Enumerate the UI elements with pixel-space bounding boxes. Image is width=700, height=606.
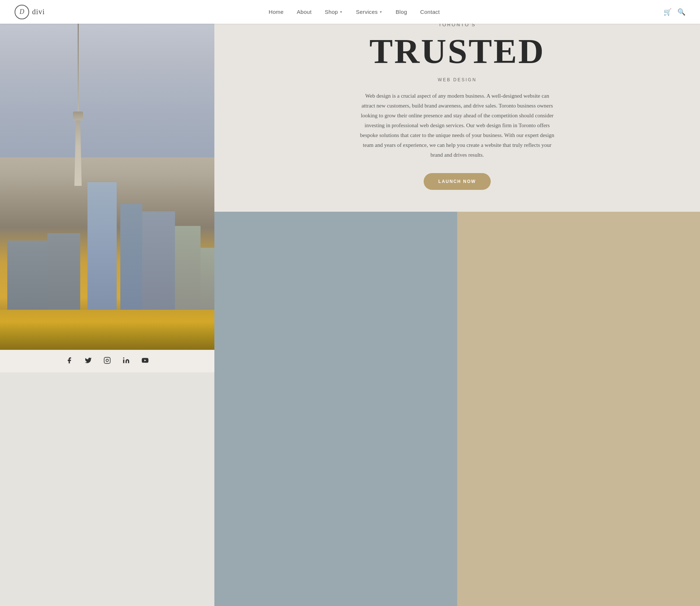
cn-tower-pod xyxy=(73,112,83,120)
logo-circle: D xyxy=(15,5,29,19)
building-1 xyxy=(7,241,51,313)
logo-letter: D xyxy=(20,8,24,16)
nav-utilities: 🛒 🔍 xyxy=(664,8,685,16)
nav-blog[interactable]: Blog xyxy=(396,9,407,15)
nav-services[interactable]: Services ▼ xyxy=(356,9,382,15)
building-7 xyxy=(201,248,214,313)
svg-rect-2 xyxy=(123,359,124,363)
services-arrow-icon: ▼ xyxy=(379,10,382,14)
cn-tower-needle xyxy=(78,11,79,113)
left-column xyxy=(0,0,214,606)
building-6 xyxy=(175,226,201,313)
main-heading: TRUSTED xyxy=(369,31,545,71)
instagram-icon[interactable] xyxy=(104,357,111,366)
hero-content: TORONTO'S TRUSTED WEB DESIGN Web design … xyxy=(214,0,700,212)
lower-panels xyxy=(214,212,700,606)
panel-tan xyxy=(457,212,700,606)
site-header: D divi Home About Shop ▼ Services ▼ Blog… xyxy=(0,0,700,24)
shop-arrow-icon: ▼ xyxy=(339,10,343,14)
linkedin-icon[interactable] xyxy=(122,357,130,366)
search-icon[interactable]: 🔍 xyxy=(677,8,685,16)
nav-contact[interactable]: Contact xyxy=(420,9,440,15)
building-3 xyxy=(88,182,117,313)
right-column: TORONTO'S TRUSTED WEB DESIGN Web design … xyxy=(214,0,700,606)
hero-description: Web design is a crucial aspect of any mo… xyxy=(359,91,556,160)
web-design-label: WEB DESIGN xyxy=(438,77,477,82)
lower-left-bg xyxy=(0,372,214,606)
logo[interactable]: D divi xyxy=(15,5,45,19)
trees-layer xyxy=(0,310,214,350)
facebook-icon[interactable] xyxy=(66,357,73,366)
main-nav: Home About Shop ▼ Services ▼ Blog Contac… xyxy=(269,9,440,15)
social-footer xyxy=(0,350,214,372)
svg-rect-0 xyxy=(104,357,110,363)
logo-text: divi xyxy=(32,8,45,16)
twitter-icon[interactable] xyxy=(85,357,92,366)
buildings-layer xyxy=(0,131,214,313)
nav-home[interactable]: Home xyxy=(269,9,284,15)
building-4 xyxy=(120,204,142,313)
youtube-icon[interactable] xyxy=(141,357,149,366)
building-2 xyxy=(47,233,80,313)
cart-icon[interactable]: 🛒 xyxy=(664,8,672,16)
svg-point-3 xyxy=(123,357,124,358)
nav-shop[interactable]: Shop ▼ xyxy=(325,9,343,15)
building-5 xyxy=(142,211,175,313)
hero-image xyxy=(0,0,214,350)
nav-about[interactable]: About xyxy=(297,9,312,15)
launch-button[interactable]: LAUNCH NOW xyxy=(424,173,490,190)
panel-gray xyxy=(214,212,457,606)
